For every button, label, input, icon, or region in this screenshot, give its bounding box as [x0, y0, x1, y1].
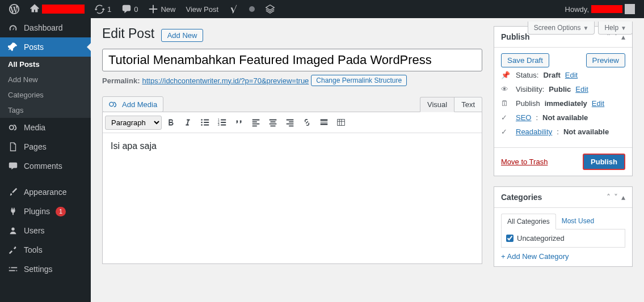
readability-link[interactable]: Readability	[516, 127, 552, 136]
plugins-update-badge: 1	[56, 207, 66, 216]
categories-metabox: Categories ˄ ˅ ▴ All Categories Most Use…	[494, 186, 633, 267]
users-icon	[8, 226, 18, 236]
chevron-down-icon: ▼	[583, 25, 589, 31]
save-draft-button[interactable]: Save Draft	[501, 53, 549, 67]
submenu-tags[interactable]: Tags	[0, 103, 91, 118]
user-name-redacted	[591, 5, 622, 13]
svg-point-1	[11, 228, 14, 231]
plugin-icon[interactable]	[260, 0, 280, 18]
submenu-categories[interactable]: Categories	[0, 87, 91, 103]
pin-icon: 📌	[501, 71, 511, 79]
main-content: Screen Options▼ Help▼ Edit Post Add New …	[91, 18, 644, 302]
editor-toolbar: Paragraph 123	[103, 112, 482, 133]
align-center-button[interactable]	[265, 114, 281, 130]
dashboard-icon	[8, 23, 18, 33]
yoast-icon[interactable]	[224, 0, 243, 18]
plugin-icon	[8, 206, 18, 216]
category-item[interactable]: Uncategorized	[506, 234, 620, 243]
sidebar-item-appearance[interactable]: Appearance	[0, 182, 91, 202]
blockquote-button[interactable]	[231, 114, 247, 130]
new-content-link[interactable]: New	[144, 0, 180, 18]
sidebar-item-settings[interactable]: Settings	[0, 260, 91, 279]
pin-icon	[8, 42, 18, 52]
category-checkbox[interactable]	[506, 235, 513, 242]
admin-menu: Dashboard Posts All Posts Add New Catego…	[0, 18, 91, 302]
media-icon	[108, 99, 119, 109]
sidebar-item-users[interactable]: Users	[0, 221, 91, 240]
eye-icon: 👁	[501, 85, 511, 93]
post-title-input[interactable]	[102, 49, 482, 71]
format-select[interactable]: Paragraph	[105, 116, 162, 130]
submenu-all-posts[interactable]: All Posts	[0, 57, 91, 72]
tab-all-categories[interactable]: All Categories	[501, 214, 556, 229]
yoast-icon: ✓	[501, 113, 511, 122]
sidebar-item-comments[interactable]: Comments	[0, 156, 91, 176]
chevron-down-icon: ▼	[621, 25, 626, 31]
sidebar-item-pages[interactable]: Pages	[0, 137, 91, 156]
view-post-link[interactable]: View Post	[181, 0, 223, 18]
tab-visual[interactable]: Visual	[420, 97, 454, 112]
edit-visibility-link[interactable]: Edit	[575, 85, 588, 93]
toggle-panel-icon[interactable]: ▴	[621, 193, 625, 202]
permalink-label: Permalink:	[102, 76, 140, 85]
svg-point-2	[110, 102, 113, 106]
comment-icon	[8, 161, 18, 171]
move-up-icon[interactable]: ˄	[607, 193, 611, 202]
wordpress-logo-icon[interactable]	[5, 0, 24, 18]
align-left-button[interactable]	[248, 114, 264, 130]
readability-status-icon[interactable]	[245, 0, 259, 18]
seo-link[interactable]: SEO	[516, 113, 531, 122]
add-new-button[interactable]: Add New	[161, 29, 204, 42]
plus-icon	[148, 4, 158, 14]
move-down-icon[interactable]: ˅	[614, 193, 618, 202]
edit-status-link[interactable]: Edit	[565, 71, 578, 79]
move-to-trash-link[interactable]: Move to Trash	[501, 158, 548, 166]
tab-text[interactable]: Text	[454, 97, 482, 112]
screen-options-toggle[interactable]: Screen Options▼	[528, 22, 595, 35]
toolbar-toggle-button[interactable]	[333, 114, 349, 130]
media-icon	[8, 122, 18, 133]
readmore-button[interactable]	[316, 114, 332, 130]
bold-button[interactable]	[163, 114, 179, 130]
settings-icon	[8, 264, 18, 274]
svg-point-3	[201, 119, 203, 121]
sidebar-item-posts[interactable]: Posts	[0, 37, 91, 57]
svg-point-4	[201, 122, 203, 124]
help-toggle[interactable]: Help▼	[598, 22, 633, 35]
sidebar-item-plugins[interactable]: Plugins 1	[0, 202, 91, 221]
comments-link[interactable]: 0	[117, 0, 142, 18]
svg-point-0	[10, 125, 14, 129]
ul-button[interactable]	[197, 114, 213, 130]
editor-body[interactable]: Isi apa saja	[103, 133, 482, 263]
tab-most-used[interactable]: Most Used	[556, 214, 600, 229]
comments-count: 0	[134, 5, 138, 14]
permalink-url[interactable]: https://idchcontentwriter.my.id/?p=70&pr…	[142, 76, 309, 85]
sidebar-item-dashboard[interactable]: Dashboard	[0, 18, 91, 37]
page-icon	[8, 142, 18, 152]
site-name-redacted	[42, 5, 85, 14]
link-button[interactable]	[299, 114, 315, 130]
calendar-icon: 🗓	[501, 99, 511, 108]
submenu-add-new[interactable]: Add New	[0, 72, 91, 87]
sidebar-item-tools[interactable]: Tools	[0, 240, 91, 260]
publish-button[interactable]: Publish	[583, 154, 625, 170]
site-home-icon[interactable]	[25, 0, 89, 18]
edit-date-link[interactable]: Edit	[592, 99, 604, 108]
brush-icon	[8, 187, 18, 197]
updates-link[interactable]: 1	[90, 0, 116, 18]
svg-text:3: 3	[218, 123, 220, 126]
sidebar-item-media[interactable]: Media	[0, 118, 91, 137]
posts-submenu: All Posts Add New Categories Tags	[0, 57, 91, 118]
refresh-icon	[95, 4, 105, 14]
preview-button[interactable]: Preview	[586, 53, 625, 67]
tools-icon	[8, 245, 18, 255]
italic-button[interactable]	[180, 114, 196, 130]
avatar	[625, 4, 635, 14]
add-new-category-link[interactable]: + Add New Category	[501, 252, 569, 261]
user-menu[interactable]: Howdy,	[561, 0, 639, 18]
align-right-button[interactable]	[282, 114, 298, 130]
add-media-button[interactable]: Add Media	[102, 96, 163, 112]
change-permalink-button[interactable]: Change Permalink Structure	[311, 75, 407, 86]
ol-button[interactable]: 123	[214, 114, 230, 130]
svg-rect-9	[338, 120, 345, 126]
